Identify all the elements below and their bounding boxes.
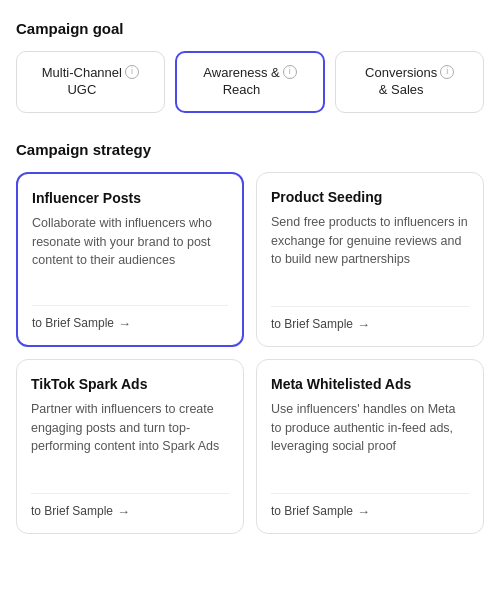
strategy-grid: Influencer Posts Collaborate with influe… xyxy=(16,172,484,534)
arrow-icon-0: → xyxy=(118,316,131,331)
campaign-strategy-title: Campaign strategy xyxy=(16,141,484,158)
campaign-strategy-section: Campaign strategy Influencer Posts Colla… xyxy=(16,141,484,534)
goal-label-line2-1: Reach xyxy=(223,82,261,99)
strategy-card-link-2[interactable]: to Brief Sample → xyxy=(31,493,229,519)
goal-label-line2-0: UGC xyxy=(67,82,96,99)
strategy-card-link-0[interactable]: to Brief Sample → xyxy=(32,305,228,331)
strategy-card-product-seeding[interactable]: Product Seeding Send free products to in… xyxy=(256,172,484,347)
strategy-card-title-2: TikTok Spark Ads xyxy=(31,376,229,392)
strategy-card-link-1[interactable]: to Brief Sample → xyxy=(271,306,469,332)
info-icon-1[interactable]: i xyxy=(283,65,297,79)
arrow-icon-2: → xyxy=(117,504,130,519)
goal-label-line2-2: & Sales xyxy=(379,82,424,99)
brief-sample-label-0: to Brief Sample xyxy=(32,316,114,330)
goal-label-line1-1: Awareness & xyxy=(203,65,279,82)
info-icon-0[interactable]: i xyxy=(125,65,139,79)
strategy-card-title-1: Product Seeding xyxy=(271,189,469,205)
strategy-card-title-3: Meta Whitelisted Ads xyxy=(271,376,469,392)
campaign-goal-title: Campaign goal xyxy=(16,20,484,37)
strategy-card-title-0: Influencer Posts xyxy=(32,190,228,206)
strategy-card-link-3[interactable]: to Brief Sample → xyxy=(271,493,469,519)
goal-option-awareness-reach[interactable]: Awareness & Reach i xyxy=(175,51,326,113)
arrow-icon-1: → xyxy=(357,317,370,332)
strategy-card-influencer-posts[interactable]: Influencer Posts Collaborate with influe… xyxy=(16,172,244,347)
brief-sample-label-2: to Brief Sample xyxy=(31,504,113,518)
brief-sample-label-3: to Brief Sample xyxy=(271,504,353,518)
info-icon-2[interactable]: i xyxy=(440,65,454,79)
strategy-card-desc-1: Send free products to influencers in exc… xyxy=(271,213,469,292)
campaign-goal-section: Campaign goal Multi-Channel UGC i Awaren… xyxy=(16,20,484,113)
goal-label-line1-0: Multi-Channel xyxy=(42,65,122,82)
goal-options-group: Multi-Channel UGC i Awareness & Reach i … xyxy=(16,51,484,113)
strategy-card-meta-whitelisted-ads[interactable]: Meta Whitelisted Ads Use influencers' ha… xyxy=(256,359,484,534)
arrow-icon-3: → xyxy=(357,504,370,519)
strategy-card-desc-0: Collaborate with influencers who resonat… xyxy=(32,214,228,291)
goal-option-multi-channel-ugc[interactable]: Multi-Channel UGC i xyxy=(16,51,165,113)
goal-label-line1-2: Conversions xyxy=(365,65,437,82)
strategy-card-desc-2: Partner with influencers to create engag… xyxy=(31,400,229,479)
strategy-card-desc-3: Use influencers' handles on Meta to prod… xyxy=(271,400,469,479)
brief-sample-label-1: to Brief Sample xyxy=(271,317,353,331)
goal-option-conversions-sales[interactable]: Conversions & Sales i xyxy=(335,51,484,113)
strategy-card-tiktok-spark-ads[interactable]: TikTok Spark Ads Partner with influencer… xyxy=(16,359,244,534)
